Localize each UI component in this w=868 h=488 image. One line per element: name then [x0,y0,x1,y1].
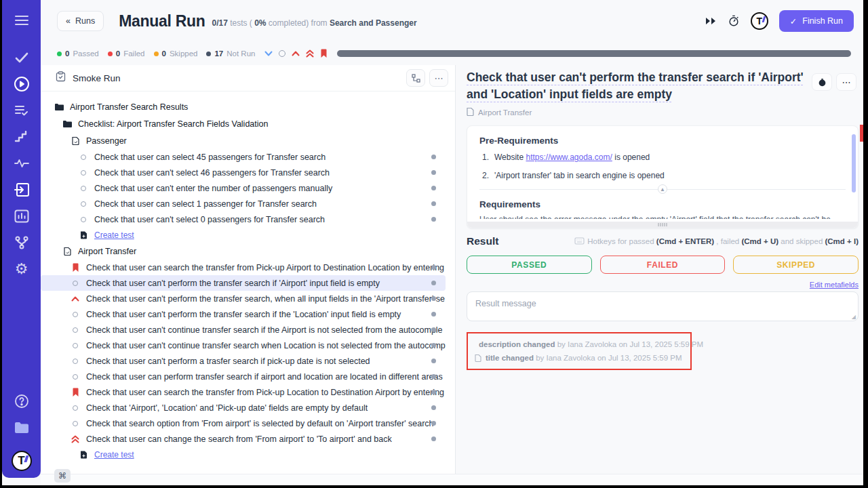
tree-item-label: Check that user can't perform a trasfer … [86,357,446,366]
edit-metafields-link[interactable]: Edit metafields [810,281,859,289]
git-branch-icon[interactable] [14,235,30,251]
tree-item-test[interactable]: Check that user can perform transfer sea… [41,369,446,384]
scrollbar-marker-red [860,125,863,142]
gear-icon[interactable]: ⚙ [14,261,30,277]
tree-item-test[interactable]: Check that 'Airport', 'Location' and 'Pi… [41,400,446,415]
tree-item-test[interactable]: Check that user can't perform the transf… [41,291,446,306]
circle-marker-icon [71,372,80,382]
back-to-runs-button[interactable]: « Runs [57,11,104,31]
test-case-title[interactable]: Check that user can't perform the transf… [467,69,806,103]
play-circle-icon[interactable] [14,76,30,92]
tree-item-folder[interactable]: Airport Transfer Search Results [41,98,446,115]
command-icon[interactable]: ⌘ [54,469,71,483]
tree-item-test[interactable]: Check that user can search the transfer … [41,384,446,400]
menu-icon[interactable] [14,12,30,28]
scenario-card: Pre-Requirements 1.Website https://www.a… [467,125,859,228]
history-entry: title changed by Iana Zavoloka on Jul 13… [475,351,684,365]
tree-item-test[interactable]: Check that user can't enter the number o… [41,180,446,196]
tree-item-label: Airport Transfer [78,247,446,256]
tree-item-test[interactable]: Check that user can't perform the transf… [41,306,446,322]
result-heading: Result [467,235,498,247]
tree-item-test[interactable]: Check that user can't continue transfer … [41,322,446,338]
tree-item-test[interactable]: Check that user can change the search fr… [41,431,446,447]
create-test-link[interactable]: Create test [41,447,446,462]
circle-marker-icon [71,279,80,288]
fast-forward-icon[interactable] [705,16,717,26]
card-resize-handle[interactable] [467,222,858,228]
result-passed-button[interactable]: PASSED [467,256,592,274]
time-tracker-button[interactable] [812,73,832,91]
tree-item-label: Check that user can't continue transfer … [86,325,446,335]
tree-view-button[interactable] [406,69,425,87]
back-to-runs-label: Runs [75,16,95,26]
bottom-bar: ⌘ [41,474,863,485]
tree-item-label: Check that user can't continue transfer … [86,341,446,350]
bar-chart-icon[interactable] [14,208,30,224]
severity-filter-icons [264,49,328,58]
tree-item-test[interactable]: Check that user can't perform a trasfer … [41,353,446,369]
tree-item-label: Check that user can't perform the transf… [86,310,446,319]
circle-icon[interactable] [279,50,285,57]
status-dot [431,155,436,159]
result-message-input[interactable] [467,291,859,321]
tree-item-folder[interactable]: Checklist: Airport Transfer Search Field… [41,115,446,132]
tree-more-button[interactable]: ⋯ [429,69,448,87]
result-skipped-button[interactable]: SKIPPED [733,256,859,274]
legend-failed: 0Failed [108,49,145,58]
tree-item-test[interactable]: Check that user can select 1 passenger f… [41,196,446,211]
create-icon [79,450,88,460]
tree-item-label: Check that user can perform transfer sea… [86,372,446,382]
status-dot [431,436,436,441]
tree-item-label: Check that user can't perform the transf… [86,294,446,304]
list-check-icon[interactable] [14,102,30,119]
activity-icon[interactable] [14,155,30,171]
app-window: ⚙T « Runs Manual Run 0/17 tests ( 0% com… [2,0,863,485]
collapse-handle[interactable]: ▲ [658,184,667,194]
chevron-marker-icon [71,294,80,304]
test-tree: Airport Transfer Search ResultsChecklist… [41,92,455,462]
requirements-text-clipped: User should see the error message under … [479,215,846,219]
chevron-down-blue-icon[interactable] [264,51,273,56]
tree-item-test[interactable]: Check that search option from 'From airp… [41,415,446,431]
tests-count: 0/17 [212,18,227,28]
tree-item-test[interactable]: Check that user can search the transfer … [41,260,446,275]
steps-icon[interactable] [14,129,30,145]
timer-icon[interactable] [728,15,740,27]
status-dot [431,327,436,332]
keyboard-icon [574,237,585,246]
case-parent-tag: Airport Transfer [467,107,856,117]
create-test-link[interactable]: Create test [41,227,446,243]
tree-item-doc[interactable]: Airport Transfer [41,243,446,260]
help-icon[interactable] [14,393,30,409]
tree-item-test[interactable]: Check that user can select 45 passengers… [41,149,446,165]
file-change-icon [475,354,481,362]
tree-item-test[interactable]: Check that user can't select 46 passenge… [41,165,446,180]
finish-run-button[interactable]: ✓ Finish Run [779,10,854,32]
section-divider: ▲ [479,189,846,190]
test-tree-panel: Smoke Run ⋯ Airport Transfer Search Resu… [41,65,456,474]
double-chevron-red-icon[interactable] [306,49,314,58]
external-link[interactable]: https://www.agoda.com/ [526,152,612,162]
create-icon [79,230,88,240]
result-failed-button[interactable]: FAILED [600,256,726,274]
tree-item-doc[interactable]: Passenger [41,132,446,149]
doc-icon [62,247,72,256]
run-stats: 0/17 tests ( 0% completed) from Search a… [212,18,416,28]
test-run-icon[interactable] [14,182,30,198]
card-scrollbar[interactable] [852,134,856,192]
flag-red-icon[interactable] [320,49,328,58]
tree-item-label: Check that user can select 45 passengers… [94,152,446,162]
chevron-up-red-icon[interactable] [292,51,300,56]
workspace-avatar[interactable]: T [12,451,32,471]
tree-item-test[interactable]: Check that user can't perform the transf… [41,275,446,291]
result-buttons: PASSEDFAILEDSKIPPED [467,256,859,274]
check-icon[interactable] [14,49,30,66]
tree-item-test[interactable]: Check that user can't select 0 passenger… [41,211,446,227]
status-dot [431,405,436,410]
status-dot [431,421,436,426]
tree-item-test[interactable]: Check that user can't continue transfer … [41,338,446,353]
status-dot [431,296,436,301]
folder-icon[interactable] [14,420,30,436]
user-avatar[interactable]: T [751,12,768,30]
case-more-button[interactable]: ⋯ [836,73,856,91]
